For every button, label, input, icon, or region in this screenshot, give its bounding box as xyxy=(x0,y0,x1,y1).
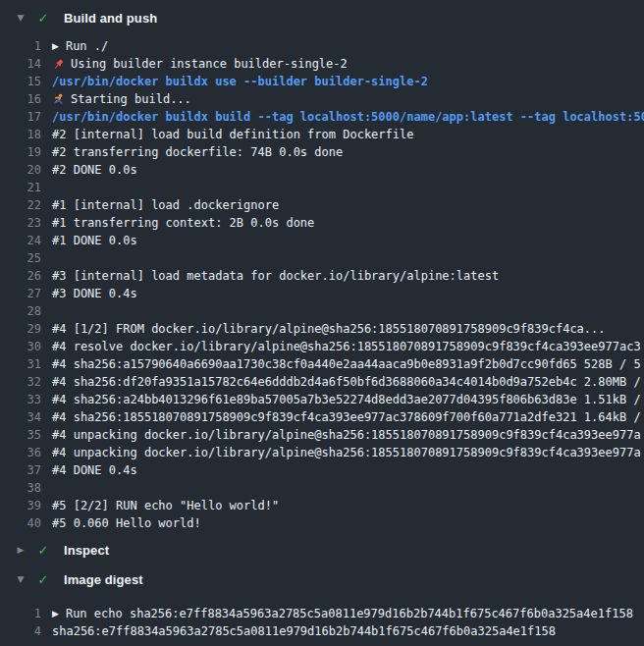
log-text-value: #4 sha256:a24bb4013296f61e89ba57005a7b3e… xyxy=(52,393,641,406)
log-text-value: #4 sha256:185518070891758909c9f839cf4ca3… xyxy=(52,410,641,424)
log-text: #5 [2/2] RUN echo "Hello world!" xyxy=(52,499,279,512)
log-text-value: Run ./ xyxy=(66,39,108,53)
line-number[interactable]: 38 xyxy=(0,481,41,495)
log-text: /usr/bin/docker buildx use --builder bui… xyxy=(52,75,428,88)
line-number[interactable]: 39 xyxy=(0,499,41,512)
log-text: #2 DONE 0.0s xyxy=(52,163,137,177)
line-number[interactable]: 23 xyxy=(0,216,41,230)
log-line[interactable]: 32 #4 sha256:df20fa9351a15782c64e6dddb2d… xyxy=(0,373,644,391)
line-number[interactable]: 30 xyxy=(0,340,41,353)
check-icon: ✓ xyxy=(34,544,52,557)
line-number[interactable]: 36 xyxy=(0,446,41,459)
step-header[interactable]: ▶ ✓ Inspect xyxy=(0,536,644,564)
log-line[interactable]: 40 #5 0.060 Hello world! xyxy=(0,514,644,532)
line-number[interactable]: 19 xyxy=(0,145,41,159)
log-line[interactable]: 27 #3 DONE 0.4s xyxy=(0,285,644,302)
line-number[interactable]: 4 xyxy=(0,624,41,638)
line-number[interactable]: 35 xyxy=(0,428,41,442)
log-line[interactable]: 17 /usr/bin/docker buildx build --tag lo… xyxy=(0,108,644,126)
line-number[interactable]: 22 xyxy=(0,198,41,212)
log-line[interactable]: 14 Using builder instance builder-single… xyxy=(0,55,644,73)
log-line[interactable]: 23 #1 transferring context: 2B 0.0s done xyxy=(0,214,644,232)
log-text-value: /usr/bin/docker buildx use --builder bui… xyxy=(52,75,428,88)
log-text: #4 unpacking docker.io/library/alpine@sh… xyxy=(52,446,641,459)
line-number[interactable]: 34 xyxy=(0,410,41,424)
log-text-value: #2 [internal] load build definition from… xyxy=(52,128,413,141)
log-line[interactable]: 34 #4 sha256:185518070891758909c9f839cf4… xyxy=(0,408,644,426)
log-line[interactable]: 33 #4 sha256:a24bb4013296f61e89ba57005a7… xyxy=(0,391,644,408)
log-text-value: #4 unpacking docker.io/library/alpine@sh… xyxy=(52,428,641,442)
log-line[interactable]: 21 xyxy=(0,179,644,196)
line-number[interactable]: 26 xyxy=(0,269,41,283)
line-number[interactable]: 40 xyxy=(0,516,41,530)
log-line[interactable]: 20 #2 DONE 0.0s xyxy=(0,161,644,179)
log-text-value: #5 0.060 Hello world! xyxy=(52,516,201,530)
line-number[interactable]: 1 xyxy=(0,39,41,53)
log-line[interactable]: 1 ▶Run echo sha256:e7ff8834a5963a2785c5a… xyxy=(0,605,644,622)
line-number[interactable]: 27 xyxy=(0,287,41,300)
log-line[interactable]: 30 #4 resolve docker.io/library/alpine@s… xyxy=(0,338,644,355)
line-number[interactable]: 28 xyxy=(0,304,41,318)
line-number[interactable]: 33 xyxy=(0,393,41,406)
log-line[interactable]: 26 #3 [internal] load metadata for docke… xyxy=(0,267,644,285)
log-line[interactable]: 38 xyxy=(0,479,644,497)
line-number[interactable]: 17 xyxy=(0,110,41,124)
log-line[interactable]: 31 #4 sha256:a15790640a6690aa1730c38cf0a… xyxy=(0,355,644,373)
log-text-value: #1 DONE 0.0s xyxy=(52,234,137,247)
workflow-step: ▼ ✓ Image digest 1 ▶Run echo sha256:e7ff… xyxy=(0,564,644,644)
log-text-value: #1 transferring context: 2B 0.0s done xyxy=(52,216,314,230)
log-line[interactable]: 29 #4 [1/2] FROM docker.io/library/alpin… xyxy=(0,320,644,338)
step-header[interactable]: ▼ ✓ Image digest xyxy=(0,564,644,595)
log-text: #1 [internal] load .dockerignore xyxy=(52,198,279,212)
log-text: #4 sha256:a15790640a6690aa1730c38cf0a440… xyxy=(52,357,641,371)
line-number[interactable]: 29 xyxy=(0,322,41,336)
play-icon[interactable]: ▶ xyxy=(52,42,59,51)
workflow-step: ▼ ✓ Build and push 1 ▶Run ./ 14 Using bu… xyxy=(0,0,644,536)
log-text-value: #1 [internal] load .dockerignore xyxy=(52,198,279,212)
log-line[interactable]: 18 #2 [internal] load build definition f… xyxy=(0,126,644,143)
log-text: #4 sha256:a24bb4013296f61e89ba57005a7b3e… xyxy=(52,393,641,406)
line-number[interactable]: 15 xyxy=(0,75,41,88)
line-number[interactable]: 16 xyxy=(0,92,41,106)
log-line[interactable]: 35 #4 unpacking docker.io/library/alpine… xyxy=(0,426,644,444)
log-text-value: #4 sha256:df20fa9351a15782c64e6dddb2d4a6… xyxy=(52,375,641,389)
log-line[interactable]: 22 #1 [internal] load .dockerignore xyxy=(0,196,644,214)
log-line[interactable]: 4 sha256:e7ff8834a5963a2785c5a0811e979d1… xyxy=(0,622,644,640)
log-line[interactable]: 28 xyxy=(0,302,644,320)
line-number[interactable]: 20 xyxy=(0,163,41,177)
log-line[interactable]: 19 #2 transferring dockerfile: 74B 0.0s … xyxy=(0,143,644,161)
log-text: #4 [1/2] FROM docker.io/library/alpine@s… xyxy=(52,322,606,336)
log-text-value: Starting build... xyxy=(71,92,191,106)
log-line[interactable]: 37 #4 DONE 0.4s xyxy=(0,461,644,479)
log-line[interactable]: 15 /usr/bin/docker buildx use --builder … xyxy=(0,73,644,90)
log-text: #3 [internal] load metadata for docker.i… xyxy=(52,269,499,283)
chevron-down-icon[interactable]: ▼ xyxy=(14,575,27,584)
line-number[interactable]: 25 xyxy=(0,251,41,265)
line-number[interactable]: 18 xyxy=(0,128,41,141)
log-line[interactable]: 16 Starting build... xyxy=(0,90,644,108)
log-line[interactable]: 25 xyxy=(0,249,644,267)
play-icon[interactable]: ▶ xyxy=(52,610,59,619)
log-text-value: #4 unpacking docker.io/library/alpine@sh… xyxy=(52,446,641,459)
log-line[interactable]: 24 #1 DONE 0.0s xyxy=(0,232,644,249)
pushpin-icon xyxy=(52,58,71,71)
log-line[interactable]: 39 #5 [2/2] RUN echo "Hello world!" xyxy=(0,497,644,514)
workflow-step: ▶ ✓ Inspect xyxy=(0,536,644,564)
line-number[interactable]: 1 xyxy=(0,607,41,620)
log-text: sha256:e7ff8834a5963a2785c5a0811e979d16b… xyxy=(52,624,556,638)
log-line[interactable]: 36 #4 unpacking docker.io/library/alpine… xyxy=(0,444,644,461)
log-text: Starting build... xyxy=(52,92,191,106)
line-number[interactable]: 21 xyxy=(0,181,41,194)
line-number[interactable]: 14 xyxy=(0,57,41,71)
check-icon: ✓ xyxy=(34,12,52,25)
log-text-value: #3 DONE 0.4s xyxy=(52,287,137,300)
line-number[interactable]: 37 xyxy=(0,463,41,477)
step-header[interactable]: ▼ ✓ Build and push xyxy=(0,0,644,35)
line-number[interactable]: 24 xyxy=(0,234,41,247)
log-text: ▶Run ./ xyxy=(52,39,108,53)
line-number[interactable]: 32 xyxy=(0,375,41,389)
log-line[interactable]: 1 ▶Run ./ xyxy=(0,37,644,55)
chevron-right-icon[interactable]: ▶ xyxy=(14,546,27,555)
line-number[interactable]: 31 xyxy=(0,357,41,371)
chevron-down-icon[interactable]: ▼ xyxy=(14,14,27,23)
